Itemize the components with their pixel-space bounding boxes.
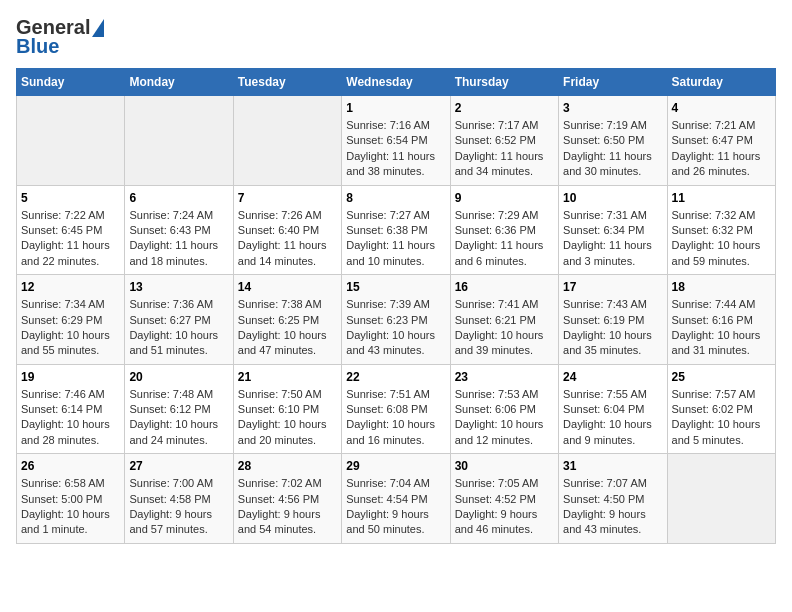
day-number: 29 [346, 459, 445, 473]
day-number: 25 [672, 370, 771, 384]
calendar-cell: 26Sunrise: 6:58 AMSunset: 5:00 PMDayligh… [17, 454, 125, 544]
calendar-cell: 1Sunrise: 7:16 AMSunset: 6:54 PMDaylight… [342, 96, 450, 186]
day-info: Sunrise: 7:19 AMSunset: 6:50 PMDaylight:… [563, 118, 662, 180]
day-number: 1 [346, 101, 445, 115]
day-info: Sunrise: 7:57 AMSunset: 6:02 PMDaylight:… [672, 387, 771, 449]
day-number: 30 [455, 459, 554, 473]
day-number: 15 [346, 280, 445, 294]
day-of-week-header: Sunday [17, 69, 125, 96]
calendar-cell: 27Sunrise: 7:00 AMSunset: 4:58 PMDayligh… [125, 454, 233, 544]
logo-blue: Blue [16, 35, 59, 58]
day-info: Sunrise: 7:39 AMSunset: 6:23 PMDaylight:… [346, 297, 445, 359]
day-number: 2 [455, 101, 554, 115]
day-info: Sunrise: 7:17 AMSunset: 6:52 PMDaylight:… [455, 118, 554, 180]
calendar-cell: 10Sunrise: 7:31 AMSunset: 6:34 PMDayligh… [559, 185, 667, 275]
calendar-cell [125, 96, 233, 186]
day-info: Sunrise: 7:04 AMSunset: 4:54 PMDaylight:… [346, 476, 445, 538]
day-info: Sunrise: 7:26 AMSunset: 6:40 PMDaylight:… [238, 208, 337, 270]
day-number: 16 [455, 280, 554, 294]
calendar-cell: 2Sunrise: 7:17 AMSunset: 6:52 PMDaylight… [450, 96, 558, 186]
day-info: Sunrise: 7:32 AMSunset: 6:32 PMDaylight:… [672, 208, 771, 270]
calendar-cell: 13Sunrise: 7:36 AMSunset: 6:27 PMDayligh… [125, 275, 233, 365]
calendar-cell: 9Sunrise: 7:29 AMSunset: 6:36 PMDaylight… [450, 185, 558, 275]
day-info: Sunrise: 7:44 AMSunset: 6:16 PMDaylight:… [672, 297, 771, 359]
day-info: Sunrise: 7:50 AMSunset: 6:10 PMDaylight:… [238, 387, 337, 449]
day-number: 4 [672, 101, 771, 115]
calendar-cell: 17Sunrise: 7:43 AMSunset: 6:19 PMDayligh… [559, 275, 667, 365]
calendar-cell: 18Sunrise: 7:44 AMSunset: 6:16 PMDayligh… [667, 275, 775, 365]
day-number: 20 [129, 370, 228, 384]
calendar-cell: 19Sunrise: 7:46 AMSunset: 6:14 PMDayligh… [17, 364, 125, 454]
calendar-cell: 31Sunrise: 7:07 AMSunset: 4:50 PMDayligh… [559, 454, 667, 544]
day-info: Sunrise: 7:34 AMSunset: 6:29 PMDaylight:… [21, 297, 120, 359]
calendar-header-row: SundayMondayTuesdayWednesdayThursdayFrid… [17, 69, 776, 96]
calendar-cell: 14Sunrise: 7:38 AMSunset: 6:25 PMDayligh… [233, 275, 341, 365]
calendar-cell [233, 96, 341, 186]
day-info: Sunrise: 7:43 AMSunset: 6:19 PMDaylight:… [563, 297, 662, 359]
calendar-cell: 23Sunrise: 7:53 AMSunset: 6:06 PMDayligh… [450, 364, 558, 454]
day-info: Sunrise: 6:58 AMSunset: 5:00 PMDaylight:… [21, 476, 120, 538]
day-info: Sunrise: 7:38 AMSunset: 6:25 PMDaylight:… [238, 297, 337, 359]
day-info: Sunrise: 7:48 AMSunset: 6:12 PMDaylight:… [129, 387, 228, 449]
calendar-cell: 16Sunrise: 7:41 AMSunset: 6:21 PMDayligh… [450, 275, 558, 365]
day-number: 24 [563, 370, 662, 384]
calendar-cell: 30Sunrise: 7:05 AMSunset: 4:52 PMDayligh… [450, 454, 558, 544]
calendar-week-row: 12Sunrise: 7:34 AMSunset: 6:29 PMDayligh… [17, 275, 776, 365]
day-number: 19 [21, 370, 120, 384]
day-number: 26 [21, 459, 120, 473]
day-number: 10 [563, 191, 662, 205]
day-number: 31 [563, 459, 662, 473]
day-of-week-header: Tuesday [233, 69, 341, 96]
day-info: Sunrise: 7:24 AMSunset: 6:43 PMDaylight:… [129, 208, 228, 270]
day-info: Sunrise: 7:16 AMSunset: 6:54 PMDaylight:… [346, 118, 445, 180]
day-number: 23 [455, 370, 554, 384]
calendar-cell [667, 454, 775, 544]
day-info: Sunrise: 7:55 AMSunset: 6:04 PMDaylight:… [563, 387, 662, 449]
day-number: 27 [129, 459, 228, 473]
day-info: Sunrise: 7:46 AMSunset: 6:14 PMDaylight:… [21, 387, 120, 449]
calendar-cell: 4Sunrise: 7:21 AMSunset: 6:47 PMDaylight… [667, 96, 775, 186]
day-info: Sunrise: 7:51 AMSunset: 6:08 PMDaylight:… [346, 387, 445, 449]
calendar-cell: 22Sunrise: 7:51 AMSunset: 6:08 PMDayligh… [342, 364, 450, 454]
day-number: 3 [563, 101, 662, 115]
day-number: 22 [346, 370, 445, 384]
calendar-cell: 24Sunrise: 7:55 AMSunset: 6:04 PMDayligh… [559, 364, 667, 454]
calendar-cell [17, 96, 125, 186]
calendar-table: SundayMondayTuesdayWednesdayThursdayFrid… [16, 68, 776, 544]
day-number: 18 [672, 280, 771, 294]
day-number: 13 [129, 280, 228, 294]
day-number: 12 [21, 280, 120, 294]
calendar-cell: 7Sunrise: 7:26 AMSunset: 6:40 PMDaylight… [233, 185, 341, 275]
calendar-cell: 12Sunrise: 7:34 AMSunset: 6:29 PMDayligh… [17, 275, 125, 365]
day-info: Sunrise: 7:29 AMSunset: 6:36 PMDaylight:… [455, 208, 554, 270]
calendar-cell: 29Sunrise: 7:04 AMSunset: 4:54 PMDayligh… [342, 454, 450, 544]
day-of-week-header: Wednesday [342, 69, 450, 96]
day-info: Sunrise: 7:00 AMSunset: 4:58 PMDaylight:… [129, 476, 228, 538]
calendar-cell: 3Sunrise: 7:19 AMSunset: 6:50 PMDaylight… [559, 96, 667, 186]
day-info: Sunrise: 7:21 AMSunset: 6:47 PMDaylight:… [672, 118, 771, 180]
day-info: Sunrise: 7:05 AMSunset: 4:52 PMDaylight:… [455, 476, 554, 538]
day-number: 7 [238, 191, 337, 205]
day-number: 8 [346, 191, 445, 205]
day-number: 6 [129, 191, 228, 205]
day-number: 5 [21, 191, 120, 205]
calendar-cell: 5Sunrise: 7:22 AMSunset: 6:45 PMDaylight… [17, 185, 125, 275]
calendar-cell: 11Sunrise: 7:32 AMSunset: 6:32 PMDayligh… [667, 185, 775, 275]
day-info: Sunrise: 7:31 AMSunset: 6:34 PMDaylight:… [563, 208, 662, 270]
day-number: 17 [563, 280, 662, 294]
day-number: 14 [238, 280, 337, 294]
day-info: Sunrise: 7:41 AMSunset: 6:21 PMDaylight:… [455, 297, 554, 359]
logo-triangle-icon [92, 19, 104, 37]
calendar-cell: 20Sunrise: 7:48 AMSunset: 6:12 PMDayligh… [125, 364, 233, 454]
calendar-cell: 28Sunrise: 7:02 AMSunset: 4:56 PMDayligh… [233, 454, 341, 544]
day-info: Sunrise: 7:27 AMSunset: 6:38 PMDaylight:… [346, 208, 445, 270]
calendar-week-row: 19Sunrise: 7:46 AMSunset: 6:14 PMDayligh… [17, 364, 776, 454]
day-number: 21 [238, 370, 337, 384]
day-of-week-header: Monday [125, 69, 233, 96]
day-of-week-header: Thursday [450, 69, 558, 96]
day-info: Sunrise: 7:53 AMSunset: 6:06 PMDaylight:… [455, 387, 554, 449]
calendar-week-row: 1Sunrise: 7:16 AMSunset: 6:54 PMDaylight… [17, 96, 776, 186]
day-info: Sunrise: 7:02 AMSunset: 4:56 PMDaylight:… [238, 476, 337, 538]
calendar-week-row: 5Sunrise: 7:22 AMSunset: 6:45 PMDaylight… [17, 185, 776, 275]
day-number: 28 [238, 459, 337, 473]
